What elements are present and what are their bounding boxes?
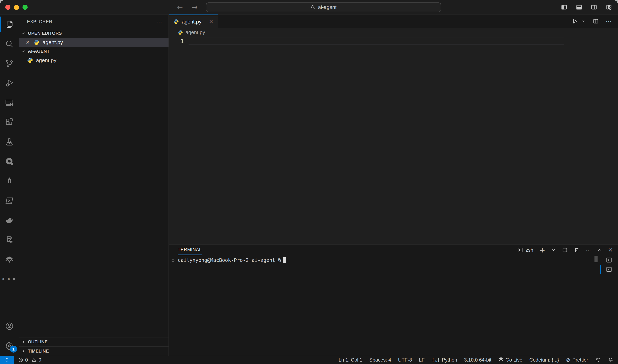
launch-profile-button[interactable]: zsh	[517, 247, 533, 253]
kill-terminal-icon[interactable]	[574, 247, 579, 253]
terminal-prompt-line: cailynyong@MacBook-Pro-2 ai-agent %	[178, 257, 286, 263]
tab-bar: agent.py ✕ ⋯	[169, 14, 618, 28]
activity-testing-button[interactable]	[0, 132, 19, 152]
settings-badge: 1	[10, 346, 17, 352]
terminal-tabs-list	[600, 255, 618, 356]
vscode-window: ← → ai-agent	[0, 0, 618, 364]
problems-button[interactable]: 0 0	[18, 357, 41, 363]
terminal-dropdown-chevron-icon[interactable]	[551, 248, 556, 252]
activity-explorer-button[interactable]	[0, 14, 19, 34]
terminal-viewport[interactable]: cailynyong@MacBook-Pro-2 ai-agent %	[169, 255, 618, 356]
remote-indicator-button[interactable]	[0, 356, 14, 364]
open-editor-label: agent.py	[42, 39, 63, 46]
toggle-primary-sidebar-icon[interactable]	[561, 4, 567, 11]
command-center-search[interactable]: ai-agent	[206, 2, 441, 12]
activity-source-control-button[interactable]	[0, 54, 19, 73]
account-button[interactable]	[0, 316, 19, 336]
activity-samurai-button[interactable]	[0, 250, 19, 269]
close-editor-icon[interactable]: ✕	[25, 39, 31, 45]
broadcast-icon	[498, 357, 504, 363]
line-number: 1	[169, 38, 184, 45]
editor-more-actions-button[interactable]: ⋯	[606, 18, 612, 25]
titlebar-layout-actions	[561, 0, 612, 14]
activity-docker-button[interactable]	[0, 211, 19, 230]
open-editors-section-header[interactable]: OPEN EDITORS	[19, 29, 168, 38]
workspace-folder-header[interactable]: AI-AGENT	[19, 47, 168, 56]
account-icon	[5, 322, 14, 331]
run-python-file-icon[interactable]	[572, 18, 578, 24]
cursor-position-button[interactable]: Ln 1, Col 1	[339, 357, 362, 363]
forward-button[interactable]: →	[192, 3, 198, 11]
workbench: ••• 1 EXPLORER ⋯ OPEN EDITORS	[0, 14, 618, 356]
open-editor-item-agent-py[interactable]: ✕ agent.py	[19, 38, 168, 47]
sidebar-spacer	[19, 65, 168, 337]
split-terminal-icon[interactable]	[562, 247, 568, 253]
terminal-tab-zsh-2[interactable]	[600, 265, 618, 274]
search-icon	[5, 39, 14, 49]
activity-run-debug-button[interactable]	[0, 73, 19, 93]
breadcrumb-item-file[interactable]: agent.py	[185, 29, 205, 35]
notifications-bell-icon[interactable]	[608, 357, 614, 363]
files-icon	[5, 20, 14, 29]
language-mode-button[interactable]: {⊗} Python	[432, 357, 457, 363]
language-status-icon: {⊗}	[432, 357, 440, 363]
breadcrumb: agent.py	[169, 28, 618, 37]
activity-more-views-button[interactable]: •••	[0, 269, 19, 289]
python-file-icon	[34, 39, 40, 45]
explorer-more-actions-button[interactable]: ⋯	[156, 18, 163, 25]
activity-extensions-button[interactable]	[0, 113, 19, 132]
file-item-agent-py[interactable]: agent.py	[19, 56, 168, 65]
timeline-section-header[interactable]: TIMELINE	[19, 346, 168, 356]
timeline-label: TIMELINE	[28, 349, 49, 354]
remote-icon	[4, 357, 10, 363]
terminal-scrollbar-thumb[interactable]	[594, 256, 598, 262]
terminal-icon	[606, 266, 612, 273]
tab-agent-py[interactable]: agent.py ✕	[169, 14, 218, 28]
tab-close-button[interactable]: ✕	[209, 19, 213, 25]
go-live-button[interactable]: Go Live	[498, 357, 522, 363]
close-window-button[interactable]	[5, 5, 10, 10]
customize-layout-icon[interactable]	[605, 4, 612, 11]
maximize-panel-icon[interactable]	[597, 247, 602, 252]
terminal-tab-zsh-1[interactable]	[600, 255, 618, 265]
panel-tab-terminal[interactable]: TERMINAL	[178, 245, 202, 255]
error-icon	[18, 357, 23, 363]
python-file-icon	[173, 19, 179, 25]
powershell-icon	[5, 196, 14, 206]
encoding-button[interactable]: UTF-8	[398, 357, 412, 363]
codeium-status-button[interactable]: Codeium: {...}	[529, 357, 559, 363]
minimize-window-button[interactable]	[14, 5, 19, 10]
feedback-icon[interactable]	[595, 357, 601, 363]
activity-remote-explorer-button[interactable]	[0, 93, 19, 113]
editor-group: agent.py ✕ ⋯ agent.py 1	[169, 14, 618, 356]
activity-q-logo-button[interactable]	[0, 152, 19, 171]
circle-slash-icon: ⊘	[566, 357, 571, 363]
outline-section-header[interactable]: OUTLINE	[19, 337, 168, 346]
warning-count: 0	[39, 357, 41, 363]
indentation-button[interactable]: Spaces: 4	[369, 357, 391, 363]
activity-bar: ••• 1	[0, 14, 19, 356]
activity-search-button[interactable]	[0, 34, 19, 54]
history-nav: ← →	[177, 3, 198, 11]
status-left: 0 0	[14, 357, 41, 363]
zoom-window-button[interactable]	[23, 5, 27, 10]
split-editor-icon[interactable]	[593, 18, 599, 24]
panel-more-actions-button[interactable]: ⋯	[586, 247, 591, 253]
terminal-actions: zsh + ⋯ ✕	[517, 246, 613, 254]
new-terminal-button[interactable]: +	[539, 246, 545, 254]
python-interpreter-button[interactable]: 3.10.0 64-bit	[464, 357, 491, 363]
editor-content[interactable]: 1	[169, 37, 618, 245]
activity-cpp-tools-button[interactable]	[0, 230, 19, 250]
activity-mongodb-button[interactable]	[0, 171, 19, 191]
toggle-secondary-sidebar-icon[interactable]	[591, 4, 597, 11]
close-panel-button[interactable]: ✕	[608, 247, 613, 253]
settings-button[interactable]: 1	[0, 336, 19, 356]
activity-powershell-button[interactable]	[0, 191, 19, 211]
toggle-panel-icon[interactable]	[576, 4, 582, 11]
back-button[interactable]: ←	[177, 3, 183, 11]
extensions-icon	[5, 118, 14, 127]
run-dropdown-chevron-icon[interactable]	[581, 19, 586, 24]
eol-button[interactable]: LF	[419, 357, 425, 363]
prettier-button[interactable]: ⊘ Prettier	[566, 357, 588, 363]
traffic-lights	[5, 0, 27, 14]
